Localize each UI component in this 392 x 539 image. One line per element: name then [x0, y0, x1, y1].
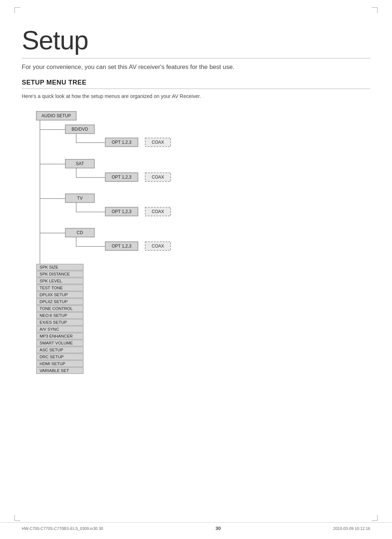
menu-item: TEST TONE [36, 285, 83, 291]
menu-items-list: SPK SIZESPK DISTANCESPK LEVELTEST TONEDP… [36, 264, 83, 374]
footer-left: HW-C700-C770S-C770BS-ELS_0309.in30 30 [22, 526, 103, 531]
svg-text:COAX: COAX [152, 244, 164, 249]
svg-text:OPT 1,2,3: OPT 1,2,3 [112, 209, 132, 214]
menu-item: NEO:6 SETUP [36, 312, 83, 319]
menu-item: SPK DISTANCE [36, 271, 83, 277]
svg-text:OPT 1,2,3: OPT 1,2,3 [112, 244, 132, 249]
corner-mark-tr [372, 7, 377, 13]
footer: HW-C700-C770S-C770BS-ELS_0309.in30 30 30… [0, 522, 392, 531]
section-desc: Here's a quick look at how the setup men… [22, 93, 370, 99]
svg-text:COAX: COAX [152, 209, 164, 214]
menu-item: TONE CONTROL [36, 305, 83, 312]
tree-diagram: AUDIO SETUP BD/DVD OPT 1,2,3 COAX SAT [22, 108, 370, 333]
menu-item: SPK SIZE [36, 264, 83, 270]
svg-text:TV: TV [77, 196, 82, 201]
svg-text:COAX: COAX [152, 175, 164, 180]
subtitle: For your convenience, you can set this A… [22, 64, 370, 71]
menu-item: VARIABLE SET [36, 367, 83, 374]
menu-item: DRC SETUP [36, 354, 83, 360]
menu-item: SMART VOLUME [36, 340, 83, 346]
svg-text:OPT 1,2,3: OPT 1,2,3 [112, 140, 132, 145]
menu-item: DPLIIX SETUP [36, 291, 83, 298]
svg-text:CD: CD [77, 230, 83, 235]
page-number: 30 [216, 526, 221, 531]
menu-item: SPK LEVEL [36, 278, 83, 284]
menu-item: DPLIIZ SETUP [36, 298, 83, 305]
menu-item: MP3 ENHANCER [36, 333, 83, 339]
page-container: Setup For your convenience, you can set … [0, 0, 392, 539]
corner-mark-tl [15, 7, 20, 13]
svg-text:AUDIO SETUP: AUDIO SETUP [41, 113, 71, 118]
svg-text:OPT 1,2,3: OPT 1,2,3 [112, 175, 132, 180]
menu-item: A/V SYNC [36, 326, 83, 332]
menu-item: EX/ES SETUP [36, 319, 83, 326]
page-title: Setup [22, 25, 370, 58]
footer-right: 2010-03-09 10:12:16 [333, 526, 370, 531]
menu-item: ASC SETUP [36, 347, 83, 353]
section-heading: SETUP MENU TREE [22, 79, 370, 89]
svg-text:COAX: COAX [152, 140, 164, 145]
corner-mark-br [372, 515, 377, 521]
svg-text:BD/DVD: BD/DVD [72, 127, 88, 132]
menu-item: HDMI SETUP [36, 360, 83, 367]
svg-text:SAT: SAT [76, 161, 84, 166]
corner-mark-bl [15, 515, 20, 521]
